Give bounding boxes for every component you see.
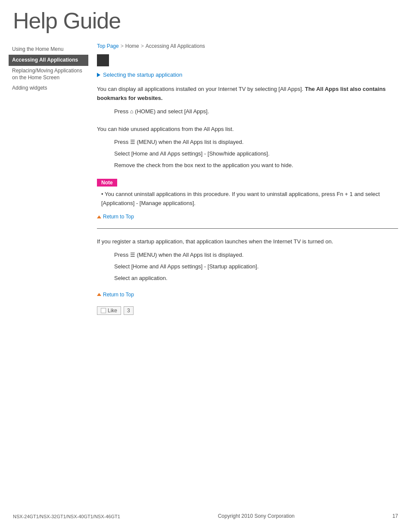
breadcrumb-current: Accessing All Applications	[146, 43, 205, 49]
footer-copyright: Copyright 2010 Sony Corporation	[218, 513, 295, 519]
return-top-label-2: Return to Top	[103, 292, 134, 298]
section2-step1: Press ☰ (MENU) when the All Apps list is…	[97, 251, 398, 260]
section1-intro: You can display all applications install…	[97, 85, 398, 103]
note-item: You cannot uninstall applications in thi…	[101, 190, 398, 208]
like-checkbox[interactable]	[101, 308, 106, 313]
like-label: Like	[108, 308, 117, 314]
section-divider	[97, 228, 398, 229]
footer: NSX-24GT1/NSX-32GT1/NSX-40GT1/NSX-46GT1 …	[0, 513, 411, 519]
sidebar: Using the Home Menu Accessing All Applic…	[0, 40, 88, 334]
breadcrumb-home: Home	[125, 43, 139, 49]
page-title: Help Guide	[13, 9, 398, 33]
breadcrumb-top-page[interactable]: Top Page	[97, 43, 119, 49]
main-content: Top Page > Home > Accessing All Applicat…	[88, 40, 411, 334]
section1-step1: Press ⌂ (HOME) and select [All Apps].	[97, 107, 398, 116]
sidebar-item-widgets[interactable]: Adding widgets	[9, 83, 88, 93]
return-top-label-1: Return to Top	[103, 214, 134, 220]
menu-icon-1: ☰	[130, 138, 135, 147]
note-content: You cannot uninstall applications in thi…	[97, 190, 398, 208]
sidebar-item-replacing[interactable]: Replacing/Moving Applications on the Hom…	[9, 66, 88, 83]
triangle-right-icon	[97, 73, 100, 77]
triangle-up-icon-1	[97, 215, 101, 218]
section1-step2: Press ☰ (MENU) when the All Apps list is…	[97, 138, 398, 147]
footer-model: NSX-24GT1/NSX-32GT1/NSX-40GT1/NSX-46GT1	[13, 514, 120, 519]
note-label: Note	[97, 179, 117, 187]
section-icon	[97, 54, 109, 66]
breadcrumb-sep-2: >	[141, 43, 144, 49]
section1-step4: Remove the check from the box next to th…	[97, 161, 398, 170]
section1-link[interactable]: Selecting the startup application	[97, 72, 398, 78]
triangle-up-icon-2	[97, 293, 101, 296]
breadcrumb-sep-1: >	[121, 43, 124, 49]
like-count: 3	[124, 306, 134, 315]
home-icon: ⌂	[130, 107, 134, 116]
like-button[interactable]: Like	[97, 306, 121, 315]
sidebar-item-all-apps[interactable]: Accessing All Applications	[9, 55, 88, 65]
section2-step3: Select an application.	[97, 274, 398, 283]
sidebar-item-home-menu[interactable]: Using the Home Menu	[9, 44, 88, 55]
header: Help Guide	[0, 0, 411, 40]
section1-step3: Select [Home and All Apps settings] - [S…	[97, 149, 398, 159]
section1-para2: You can hide unused applications from th…	[97, 125, 398, 134]
social-bar: Like 3	[97, 306, 398, 315]
return-top-1[interactable]: Return to Top	[97, 214, 398, 220]
note-box: Note You cannot uninstall applications i…	[97, 179, 398, 208]
section2-step2: Select [Home and All Apps settings] - [S…	[97, 262, 398, 271]
section1-link-label: Selecting the startup application	[103, 72, 182, 78]
footer-page: 17	[392, 513, 398, 519]
section2-body: If you register a startup application, t…	[97, 237, 398, 283]
menu-icon-2: ☰	[130, 251, 135, 260]
section2-intro: If you register a startup application, t…	[97, 237, 398, 246]
return-top-2[interactable]: Return to Top	[97, 292, 398, 298]
section1-body: You can display all applications install…	[97, 85, 398, 170]
breadcrumb: Top Page > Home > Accessing All Applicat…	[97, 40, 398, 54]
main-layout: Using the Home Menu Accessing All Applic…	[0, 40, 411, 334]
